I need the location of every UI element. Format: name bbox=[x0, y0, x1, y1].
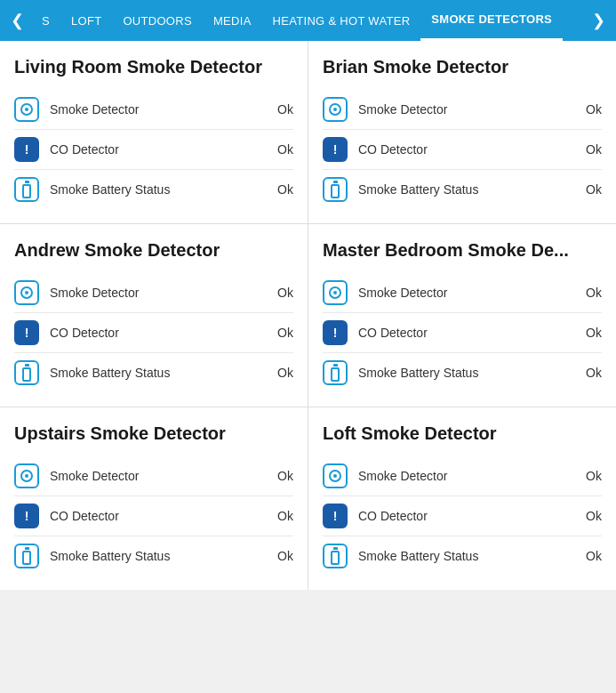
sensor-label: Smoke Detector bbox=[358, 102, 586, 117]
nav-tab-smoke[interactable]: SMOKE DETECTORS bbox=[420, 0, 563, 41]
sensor-row-smoke: Smoke DetectorOk bbox=[14, 456, 293, 496]
sensor-label: CO Detector bbox=[50, 326, 277, 340]
nav-tab-outdoors[interactable]: OUTDOORS bbox=[112, 0, 203, 41]
card-andrew[interactable]: Andrew Smoke DetectorSmoke DetectorOk!CO… bbox=[0, 224, 308, 407]
sensor-label: Smoke Battery Status bbox=[358, 549, 586, 563]
sensor-status: Ok bbox=[586, 469, 602, 483]
sensor-status: Ok bbox=[277, 509, 293, 523]
sensor-row-smoke: Smoke DetectorOk bbox=[14, 273, 293, 313]
sensor-label: CO Detector bbox=[358, 142, 586, 157]
nav-tabs-container: SLOFTOUTDOORSMEDIAHEATING & HOT WATERSMO… bbox=[31, 0, 585, 41]
co-detector-icon: ! bbox=[14, 504, 39, 528]
card-title-master-bedroom: Master Bedroom Smoke De... bbox=[323, 240, 602, 261]
co-detector-icon: ! bbox=[323, 320, 348, 345]
card-brian[interactable]: Brian Smoke DetectorSmoke DetectorOk!CO … bbox=[308, 41, 616, 223]
sensor-row-battery: Smoke Battery StatusOk bbox=[323, 170, 602, 209]
sensor-label: Smoke Battery Status bbox=[50, 182, 277, 197]
sensor-row-battery: Smoke Battery StatusOk bbox=[14, 353, 293, 392]
card-title-loft: Loft Smoke Detector bbox=[323, 423, 602, 444]
card-title-andrew: Andrew Smoke Detector bbox=[14, 240, 293, 261]
card-title-living-room: Living Room Smoke Detector bbox=[14, 57, 293, 77]
sensor-row-battery: Smoke Battery StatusOk bbox=[14, 170, 293, 209]
co-detector-icon: ! bbox=[14, 137, 39, 162]
card-loft[interactable]: Loft Smoke DetectorSmoke DetectorOk!CO D… bbox=[308, 407, 616, 590]
sensor-row-co: !CO DetectorOk bbox=[323, 130, 602, 170]
card-title-brian: Brian Smoke Detector bbox=[323, 57, 602, 77]
sensor-status: Ok bbox=[586, 286, 602, 300]
sensor-status: Ok bbox=[277, 469, 293, 483]
battery-icon bbox=[323, 544, 348, 568]
sensor-label: CO Detector bbox=[50, 509, 277, 523]
smoke-detector-icon bbox=[323, 463, 348, 488]
battery-icon bbox=[14, 544, 39, 568]
sensor-status: Ok bbox=[586, 326, 602, 340]
sensor-row-smoke: Smoke DetectorOk bbox=[14, 90, 293, 130]
sensor-row-battery: Smoke Battery StatusOk bbox=[14, 536, 293, 576]
sensor-row-battery: Smoke Battery StatusOk bbox=[323, 353, 602, 392]
nav-next-button[interactable]: ❯ bbox=[585, 11, 612, 30]
sensor-row-co: !CO DetectorOk bbox=[14, 496, 293, 536]
sensor-row-smoke: Smoke DetectorOk bbox=[323, 456, 602, 496]
co-detector-icon: ! bbox=[323, 137, 348, 162]
nav-tab-media[interactable]: MEDIA bbox=[203, 0, 262, 41]
sensor-row-battery: Smoke Battery StatusOk bbox=[323, 536, 602, 576]
battery-icon bbox=[14, 360, 39, 385]
nav-tab-heating[interactable]: HEATING & HOT WATER bbox=[262, 0, 421, 41]
smoke-detector-icon bbox=[14, 97, 39, 122]
co-detector-icon: ! bbox=[14, 320, 39, 345]
sensor-status: Ok bbox=[586, 182, 602, 197]
card-grid: Living Room Smoke DetectorSmoke Detector… bbox=[0, 41, 616, 590]
navigation-bar: ❮ SLOFTOUTDOORSMEDIAHEATING & HOT WATERS… bbox=[0, 0, 616, 41]
sensor-label: Smoke Battery Status bbox=[358, 182, 586, 197]
sensor-row-co: !CO DetectorOk bbox=[14, 130, 293, 170]
sensor-row-smoke: Smoke DetectorOk bbox=[323, 90, 602, 130]
sensor-label: Smoke Detector bbox=[50, 102, 277, 117]
card-living-room[interactable]: Living Room Smoke DetectorSmoke Detector… bbox=[0, 41, 308, 223]
sensor-status: Ok bbox=[277, 366, 293, 380]
sensor-label: CO Detector bbox=[358, 326, 586, 340]
sensor-row-co: !CO DetectorOk bbox=[323, 496, 602, 536]
sensor-label: Smoke Battery Status bbox=[50, 366, 277, 380]
card-upstairs[interactable]: Upstairs Smoke DetectorSmoke DetectorOk!… bbox=[0, 407, 308, 590]
sensor-status: Ok bbox=[586, 102, 602, 117]
sensor-label: Smoke Battery Status bbox=[358, 366, 586, 380]
sensor-row-co: !CO DetectorOk bbox=[323, 313, 602, 353]
smoke-detector-icon bbox=[14, 280, 39, 305]
sensor-status: Ok bbox=[586, 509, 602, 523]
sensor-label: Smoke Detector bbox=[50, 469, 277, 483]
nav-tab-s[interactable]: S bbox=[31, 0, 60, 41]
nav-tab-loft[interactable]: LOFT bbox=[60, 0, 112, 41]
sensor-status: Ok bbox=[586, 142, 602, 157]
sensor-status: Ok bbox=[277, 326, 293, 340]
nav-prev-button[interactable]: ❮ bbox=[4, 11, 31, 30]
sensor-status: Ok bbox=[277, 549, 293, 563]
sensor-row-co: !CO DetectorOk bbox=[14, 313, 293, 353]
sensor-label: Smoke Detector bbox=[358, 286, 586, 300]
co-detector-icon: ! bbox=[323, 504, 348, 528]
card-master-bedroom[interactable]: Master Bedroom Smoke De...Smoke Detector… bbox=[308, 224, 616, 407]
card-title-upstairs: Upstairs Smoke Detector bbox=[14, 423, 293, 444]
sensor-status: Ok bbox=[277, 182, 293, 197]
smoke-detector-icon bbox=[323, 280, 348, 305]
sensor-label: CO Detector bbox=[358, 509, 586, 523]
smoke-detector-icon bbox=[323, 97, 348, 122]
battery-icon bbox=[323, 360, 348, 385]
smoke-detector-icon bbox=[14, 463, 39, 488]
battery-icon bbox=[14, 177, 39, 202]
battery-icon bbox=[323, 177, 348, 202]
sensor-status: Ok bbox=[586, 366, 602, 380]
sensor-label: Smoke Battery Status bbox=[50, 549, 277, 563]
sensor-label: CO Detector bbox=[50, 142, 277, 157]
sensor-status: Ok bbox=[277, 286, 293, 300]
sensor-status: Ok bbox=[277, 142, 293, 157]
sensor-label: Smoke Detector bbox=[358, 469, 586, 483]
sensor-row-smoke: Smoke DetectorOk bbox=[323, 273, 602, 313]
sensor-status: Ok bbox=[586, 549, 602, 563]
sensor-status: Ok bbox=[277, 102, 293, 117]
sensor-label: Smoke Detector bbox=[50, 286, 277, 300]
